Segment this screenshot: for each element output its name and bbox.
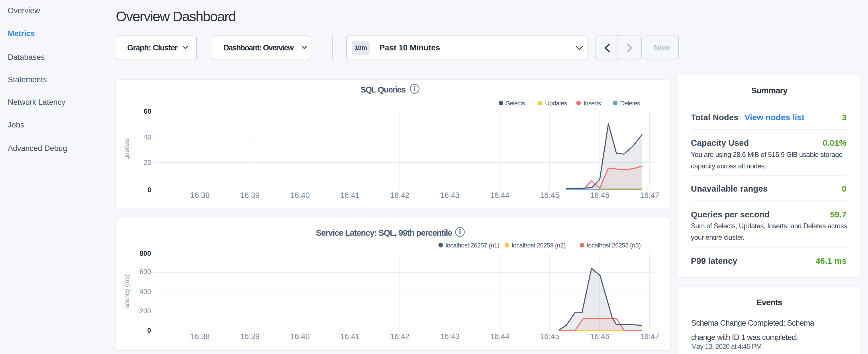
svg-text:400: 400 — [140, 288, 151, 296]
svg-text:localhost:26259 (n2): localhost:26259 (n2) — [512, 242, 565, 249]
svg-text:Updates: Updates — [545, 100, 567, 107]
svg-text:16:40: 16:40 — [290, 332, 310, 341]
svg-text:16:40: 16:40 — [290, 191, 310, 200]
svg-text:200: 200 — [140, 307, 151, 315]
svg-text:localhost:26258 (n3): localhost:26258 (n3) — [587, 242, 641, 249]
svg-text:60: 60 — [144, 107, 151, 115]
svg-text:600: 600 — [140, 268, 151, 276]
svg-text:16:44: 16:44 — [490, 332, 509, 341]
svg-text:Service Latency: SQL, 99th per: Service Latency: SQL, 99th percentile — [316, 228, 453, 237]
svg-text:16:41: 16:41 — [340, 191, 360, 200]
svg-text:0: 0 — [148, 186, 151, 194]
svg-text:16:44: 16:44 — [490, 191, 509, 200]
svg-text:20: 20 — [144, 159, 151, 166]
svg-text:16:41: 16:41 — [340, 332, 360, 341]
svg-text:16:46: 16:46 — [590, 332, 610, 341]
svg-text:Inserts: Inserts — [584, 100, 601, 107]
svg-text:localhost:26257 (n1): localhost:26257 (n1) — [445, 242, 499, 249]
svg-text:16:46: 16:46 — [590, 191, 610, 200]
svg-text:16:43: 16:43 — [440, 191, 460, 200]
svg-text:16:45: 16:45 — [540, 332, 559, 341]
svg-text:queries: queries — [123, 139, 130, 160]
svg-text:SQL Queries: SQL Queries — [361, 85, 405, 94]
svg-text:16:47: 16:47 — [640, 191, 659, 200]
svg-text:16:38: 16:38 — [190, 332, 210, 341]
svg-text:16:45: 16:45 — [540, 191, 559, 200]
svg-text:latency (ms): latency (ms) — [123, 275, 130, 309]
svg-text:800: 800 — [140, 250, 151, 257]
svg-text:40: 40 — [144, 133, 151, 141]
svg-text:16:39: 16:39 — [240, 191, 260, 200]
svg-text:16:43: 16:43 — [440, 332, 460, 341]
svg-text:16:42: 16:42 — [390, 332, 409, 341]
svg-text:16:38: 16:38 — [190, 191, 210, 200]
svg-text:16:39: 16:39 — [240, 332, 260, 341]
svg-text:0: 0 — [147, 326, 151, 334]
svg-text:Selects: Selects — [506, 100, 525, 107]
svg-text:16:47: 16:47 — [640, 332, 659, 341]
svg-text:Deletes: Deletes — [620, 100, 640, 107]
svg-text:16:42: 16:42 — [390, 191, 409, 200]
